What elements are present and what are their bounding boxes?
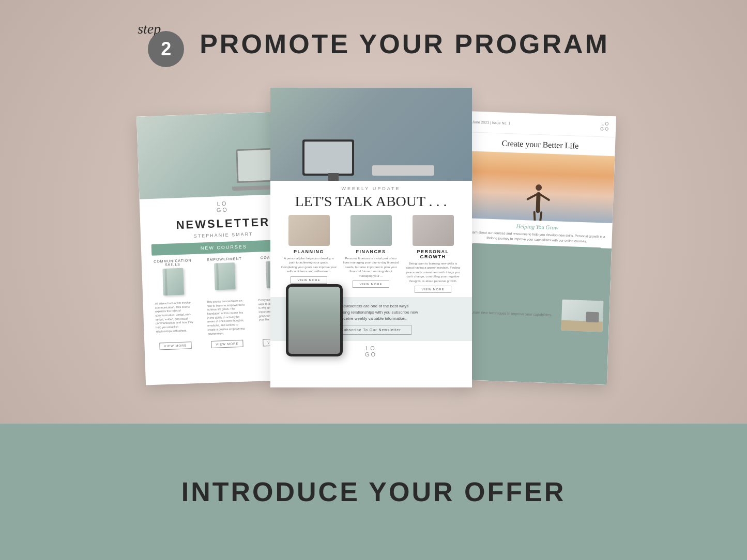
- course-2-desc: This course concentrates on how to becom…: [202, 299, 250, 336]
- figure-head: [535, 184, 541, 191]
- tablet-screen: [288, 287, 340, 354]
- course-2-title: EMPOWERMENT: [201, 256, 247, 261]
- growth-view-more[interactable]: VIEW MORE: [415, 286, 451, 293]
- cards-container: LOGO NEWSLETTER STEPHANIE SMART NEW COUR…: [151, 83, 596, 403]
- figure: [527, 184, 548, 221]
- monitor-group: [302, 139, 364, 176]
- tablet-overlay: [286, 284, 343, 356]
- bottom-section: INTRODUCE YOUR OFFER: [0, 424, 747, 560]
- planning-label: PLANNING: [281, 249, 337, 254]
- monitor-screen: [304, 142, 352, 174]
- planning-desc: A personal plan helps you develop a path…: [281, 256, 337, 274]
- right-card-logo: LOGO: [600, 121, 609, 132]
- issue-label: June 2023 | Issue No. 1: [472, 120, 510, 125]
- sunset-image: [462, 151, 614, 223]
- course-1-title: COMMUNICATIONSKILLS: [149, 258, 195, 267]
- book-1-image: [162, 268, 184, 295]
- monitor-stand: [328, 173, 339, 181]
- finances-desc: Personal finances is a vital part of our…: [343, 256, 399, 278]
- center-card-hero: [270, 88, 472, 181]
- room-image: [561, 300, 603, 332]
- planning-topic: PLANNING A personal plan helps you devel…: [281, 215, 337, 293]
- growth-label: PERSONALGROWTH: [405, 249, 461, 259]
- course-col-1: COMMUNICATIONSKILLS: [149, 258, 197, 298]
- step-badge: step 2: [138, 21, 184, 67]
- tablet-person-image: [288, 287, 340, 354]
- header: step 2 PROMOTE YOUR PROGRAM: [138, 0, 609, 77]
- finances-label: FINANCES: [343, 249, 399, 254]
- finances-image: [350, 215, 392, 246]
- desk-image: [270, 88, 472, 181]
- room-monitor: [586, 312, 599, 322]
- right-card-bottom: Learn new techniques to improve your cap…: [457, 243, 612, 385]
- page-title: PROMOTE YOUR PROGRAM: [200, 28, 609, 59]
- weekly-label: WEEKLY UPDATE: [270, 181, 472, 193]
- top-section: step 2 PROMOTE YOUR PROGRAM LOGO NEWSLET…: [0, 0, 747, 424]
- keyboard: [372, 165, 434, 176]
- finances-view-more[interactable]: VIEW MORE: [353, 281, 389, 288]
- planning-view-more[interactable]: VIEW MORE: [291, 276, 327, 284]
- finances-topic: FINANCES Personal finances is a vital pa…: [343, 215, 399, 293]
- planning-image: [288, 215, 330, 246]
- right-card: June 2023 | Issue No. 1 LOGO Create your…: [457, 111, 616, 385]
- growth-topic: PERSONALGROWTH Being open to learning ne…: [405, 215, 461, 293]
- monitor: [302, 139, 354, 176]
- course-1-desc: All interactions of life involve communi…: [150, 301, 198, 338]
- course-col-2: EMPOWERMENT: [201, 256, 249, 296]
- book-2-image: [214, 262, 236, 290]
- person-silhouette: [527, 184, 548, 221]
- growth-image: [413, 215, 454, 246]
- bottom-title: INTRODUCE YOUR OFFER: [181, 476, 566, 507]
- view-more-1[interactable]: VIEW MORE: [159, 341, 191, 350]
- view-more-2[interactable]: VIEW MORE: [211, 340, 243, 348]
- step-number: 2: [148, 31, 184, 67]
- growth-desc: Being open to learning new skills is abo…: [405, 261, 461, 283]
- center-card: WEEKLY UPDATE LET'S TALK ABOUT . . . PLA…: [270, 88, 472, 387]
- learn-text: Learn new techniques to improve your cap…: [465, 310, 557, 317]
- talk-title: LET'S TALK ABOUT . . .: [270, 193, 472, 215]
